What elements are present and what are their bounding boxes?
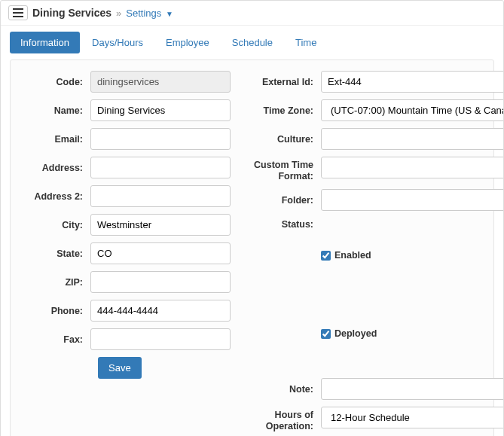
hours-select[interactable]: 12-Hour Schedule	[321, 407, 504, 428]
city-label: City:	[23, 220, 90, 230]
tab-schedule[interactable]: Schedule	[221, 32, 283, 53]
form-panel: Code: Name: Email: Address: Address 2: C…	[10, 59, 494, 436]
folder-label: Folder:	[246, 195, 321, 206]
address-input[interactable]	[90, 157, 231, 178]
address-label: Address:	[23, 163, 90, 173]
note-label: Note:	[246, 384, 321, 395]
status-deployed-check[interactable]: Deployed	[321, 296, 504, 371]
fax-input[interactable]	[90, 328, 231, 350]
breadcrumb-settings-link[interactable]: Settings ▼	[126, 8, 173, 19]
status-enabled-label: Enabled	[334, 250, 371, 261]
tab-information[interactable]: Information	[10, 32, 80, 53]
fax-label: Fax:	[23, 334, 90, 345]
timezone-select[interactable]: (UTC-07:00) Mountain Time (US & Canada)	[321, 99, 504, 121]
breadcrumb-separator: »	[116, 8, 121, 19]
status-enabled-check[interactable]: Enabled	[321, 218, 504, 293]
email-input[interactable]	[90, 128, 231, 150]
status-deployed-label: Deployed	[334, 328, 377, 339]
timezone-label: Time Zone:	[246, 105, 321, 116]
right-column: External Id: Time Zone:(UTC-07:00) Mount…	[246, 71, 504, 436]
tab-employee[interactable]: Employee	[155, 32, 220, 53]
hours-label: Hours of Operation:	[246, 407, 321, 432]
save-button[interactable]: Save	[98, 357, 142, 379]
state-label: State:	[23, 248, 90, 259]
tab-time[interactable]: Time	[285, 32, 327, 53]
breadcrumb: Dining Services » Settings ▼	[1, 1, 503, 26]
email-label: Email:	[23, 134, 90, 145]
folder-select[interactable]	[321, 189, 504, 211]
tab-days-hours[interactable]: Days/Hours	[81, 32, 154, 53]
phone-label: Phone:	[23, 306, 90, 316]
status-label: Status:	[246, 218, 321, 230]
tab-bar: Information Days/Hours Employee Schedule…	[1, 26, 503, 53]
state-input[interactable]	[90, 242, 231, 264]
address2-label: Address 2:	[23, 191, 90, 202]
note-input[interactable]	[321, 378, 504, 400]
hamburger-menu-icon[interactable]	[8, 5, 28, 20]
culture-label: Culture:	[246, 134, 321, 145]
name-input[interactable]	[90, 99, 231, 121]
culture-select[interactable]	[321, 128, 504, 150]
code-label: Code:	[23, 77, 90, 87]
app-frame: Dining Services » Settings ▼ Information…	[0, 0, 504, 436]
external-id-label: External Id:	[246, 77, 321, 87]
zip-label: ZIP:	[23, 277, 90, 288]
chevron-down-icon: ▼	[166, 10, 173, 18]
external-id-input[interactable]	[321, 71, 504, 93]
breadcrumb-title: Dining Services	[32, 7, 111, 19]
breadcrumb-link-label: Settings	[126, 8, 161, 19]
name-label: Name:	[23, 105, 90, 116]
address2-input[interactable]	[90, 185, 231, 207]
custom-time-label: Custom Time Format:	[246, 157, 321, 182]
code-input	[90, 71, 231, 93]
zip-input[interactable]	[90, 271, 231, 293]
phone-input[interactable]	[90, 300, 231, 322]
custom-time-input[interactable]	[321, 157, 504, 178]
left-column: Code: Name: Email: Address: Address 2: C…	[23, 71, 231, 436]
city-input[interactable]	[90, 214, 231, 236]
